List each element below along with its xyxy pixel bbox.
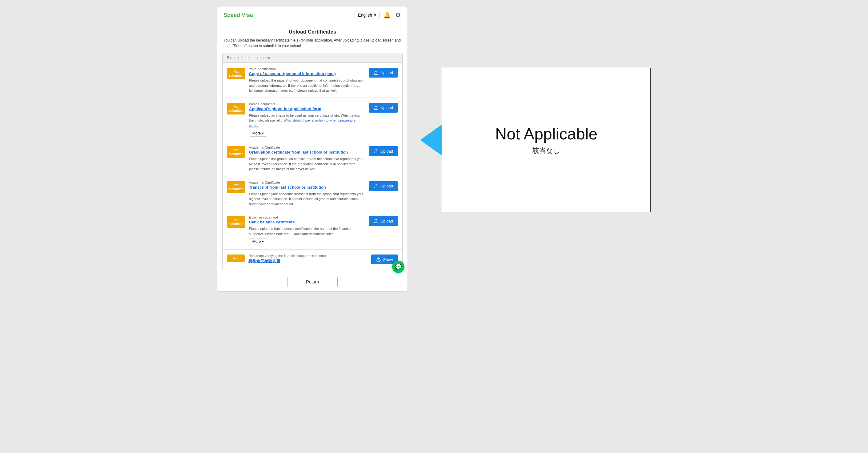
upload-label-3: Upload — [380, 149, 393, 154]
settings-icon: ⚙ — [395, 12, 401, 19]
language-selector[interactable]: English ▾ — [354, 11, 379, 19]
upload-icon-4 — [374, 184, 379, 189]
doc-link-2[interactable]: What should I pay attention to when prep… — [249, 119, 355, 127]
chat-button[interactable]: 💬 — [392, 261, 404, 273]
doc-content-1: Your Identification Copy of passport (pe… — [249, 67, 365, 93]
notification-button[interactable]: 🔔 — [382, 11, 392, 20]
document-item-1: Notsubmitted Your Identification Copy of… — [222, 63, 402, 98]
header-right: English ▾ 🔔 ⚙ — [354, 11, 401, 20]
doc-title-6[interactable]: 奨学金受給証明書 — [248, 258, 368, 264]
logo: Speed Visa — [223, 12, 253, 19]
upload-button-3[interactable]: Upload — [369, 146, 398, 156]
doc-desc-1: Please upload the page(s) of your docume… — [249, 78, 365, 93]
doc-right-1: Upload — [369, 67, 398, 77]
doc-title-3[interactable]: Graduation certificate from last school … — [249, 150, 365, 155]
chat-icon: 💬 — [395, 263, 402, 270]
doc-title-2[interactable]: Applicant's photo for application form — [249, 106, 365, 111]
upload-label-1: Upload — [380, 70, 393, 75]
doc-title-4[interactable]: Transcript from last school or instituti… — [249, 185, 365, 190]
return-button[interactable]: Return — [287, 277, 338, 287]
doc-title-5[interactable]: Bank balance certificate — [249, 220, 365, 224]
blue-arrow-icon — [420, 125, 442, 155]
status-badge-1: Notsubmitted — [227, 68, 245, 79]
doc-desc-2: Please upload an image to be used as you… — [249, 113, 365, 137]
upload-button-4[interactable]: Upload — [369, 181, 398, 191]
left-panel: Speed Visa English ▾ 🔔 ⚙ Upload Certific… — [217, 6, 408, 292]
chevron-icon-2: ▾ — [262, 131, 264, 135]
upload-label-5: Upload — [380, 219, 393, 223]
doc-desc-4: Please upload your academic transcript f… — [249, 191, 365, 207]
upload-button-5[interactable]: Upload — [369, 216, 398, 226]
page-title: Upload Certificates — [217, 24, 407, 37]
upload-label-4: Upload — [380, 184, 393, 188]
doc-content-4: Academic Certificate Transcript from las… — [249, 181, 365, 207]
status-badge-2: Notsubmitted — [227, 103, 245, 115]
right-wrapper: Not Applicable 該当なし — [420, 68, 651, 212]
na-title: Not Applicable — [495, 125, 597, 143]
more-button-2[interactable]: More ▾ — [249, 130, 267, 137]
document-item-3: Notsubmitted Academic Certificate Gradua… — [222, 141, 402, 176]
document-item-6: Not Document verifying the financial sup… — [222, 250, 402, 270]
language-label: English — [358, 12, 372, 18]
doc-category-5: Expense statement — [249, 216, 365, 219]
upload-icon-1 — [374, 70, 379, 75]
doc-right-5: Upload — [369, 216, 398, 226]
doc-category-3: Academic Certificate — [249, 145, 365, 149]
more-button-5[interactable]: More ▾ — [249, 238, 267, 245]
status-header: Status of document checks — [222, 53, 402, 63]
settings-button[interactable]: ⚙ — [395, 11, 401, 20]
upload-icon-2 — [374, 105, 379, 110]
doc-desc-5: Please upload a bank balance certificate… — [249, 226, 365, 245]
chevron-down-icon: ▾ — [374, 12, 376, 18]
status-badge-5: Notsubmitted — [227, 216, 245, 228]
na-subtitle: 該当なし — [532, 146, 560, 155]
doc-right-3: Upload — [369, 145, 398, 156]
document-item-2: Notsubmitted Basic Documents Applicant's… — [222, 98, 402, 141]
not-applicable-box: Not Applicable 該当なし — [442, 68, 651, 212]
doc-category-6: Document verifying the financial support… — [248, 254, 368, 258]
upload-button-2[interactable]: Upload — [369, 103, 398, 112]
doc-category-1: Your Identification — [249, 67, 365, 71]
show-label-6: Show — [383, 257, 393, 262]
notification-icon: 🔔 — [383, 12, 391, 19]
chevron-icon-5: ▾ — [262, 239, 264, 244]
doc-title-1[interactable]: Copy of passport (personal information p… — [249, 71, 365, 76]
upload-icon-3 — [374, 149, 379, 154]
doc-right-2: Upload — [369, 102, 398, 112]
status-badge-6: Not — [227, 255, 245, 262]
page-description: You can upload the necessary certificate… — [217, 37, 407, 53]
document-item-5: Notsubmitted Expense statement Bank bala… — [222, 211, 402, 250]
upload-label-2: Upload — [380, 105, 393, 110]
doc-content-2: Basic Documents Applicant's photo for ap… — [249, 102, 365, 137]
doc-category-4: Academic Certificate — [249, 181, 365, 184]
return-section: Return — [217, 272, 407, 291]
upload-icon-6 — [376, 257, 381, 262]
doc-desc-3: Please upload the graduation certificate… — [249, 156, 365, 172]
status-section: Status of document checks Notsubmitted Y… — [222, 53, 403, 270]
status-badge-3: Notsubmitted — [227, 146, 245, 158]
upload-button-1[interactable]: Upload — [369, 68, 398, 77]
doc-content-5: Expense statement Bank balance certifica… — [249, 216, 365, 245]
arrow-container — [420, 125, 442, 155]
doc-content-6: Document verifying the financial support… — [248, 254, 368, 266]
doc-category-2: Basic Documents — [249, 102, 365, 106]
document-item-4: Notsubmitted Academic Certificate Transc… — [222, 176, 402, 212]
doc-right-4: Upload — [369, 181, 398, 191]
upload-icon-5 — [374, 219, 379, 223]
doc-content-3: Academic Certificate Graduation certific… — [249, 145, 365, 172]
header: Speed Visa English ▾ 🔔 ⚙ — [217, 6, 407, 24]
status-badge-4: Notsubmitted — [227, 181, 245, 193]
